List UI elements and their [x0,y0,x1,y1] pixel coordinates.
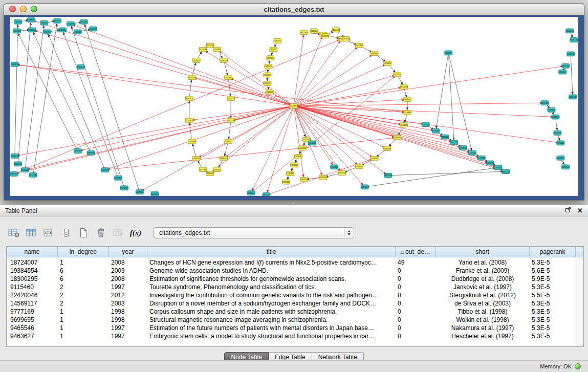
graph-node-label: 1792546 [192,157,201,160]
table-row[interactable]: 977716911998Corpus callosum shape and si… [7,308,583,316]
graph-edge[interactable] [25,106,294,170]
graph-edge[interactable] [294,106,454,142]
table-cell: 6 [58,275,109,283]
graph-edge[interactable] [189,77,192,98]
column-list-icon[interactable] [58,226,74,239]
column-header-short[interactable]: short [435,247,530,257]
network-graph-canvas[interactable]: 1724045181230411254891664950196137610870… [10,17,578,196]
network-view-frame: 1724045181230411254891664950196137610870… [4,15,584,200]
table-mode-icon[interactable] [6,226,21,239]
graph-node-label: 1342564 [199,48,207,51]
table-row[interactable]: 969969511998Structural magnetic resonanc… [7,316,583,324]
graph-edge[interactable] [224,106,294,159]
table-cell: 0 [396,308,435,316]
table-cell: 6 [58,267,109,275]
graph-edge[interactable] [448,53,454,142]
column-header-title[interactable]: title [147,247,396,257]
table-panel-title: Table Panel [5,207,37,214]
graph-edge[interactable] [192,141,197,158]
column-header-year[interactable]: year [109,247,147,257]
graph-edge[interactable] [15,64,407,113]
graph-edge[interactable] [294,106,445,137]
graph-edge[interactable] [294,63,387,106]
graph-edge[interactable] [294,53,375,106]
graph-edge[interactable] [448,53,472,153]
table-row[interactable]: 1456911722003Disruption of a novel membe… [7,299,583,308]
graph-edge[interactable] [294,103,545,106]
table-cell: 49 [396,258,435,267]
table-cell: 2 [58,299,109,308]
table-row[interactable]: 1938455462009Genome-wide association stu… [7,267,583,275]
graph-edge[interactable] [62,30,118,178]
delete-table-icon[interactable] [93,226,108,239]
graph-edge[interactable] [15,22,18,156]
graph-node-label: 1770580 [557,142,565,144]
column-header-out_de[interactable]: △out_de… [396,247,435,257]
table-select[interactable]: citations_edges.txt [154,227,354,238]
table-row[interactable]: 2242004622012Investigating the contribut… [7,291,583,299]
graph-edge[interactable] [32,30,91,153]
memory-ok-indicator [575,363,581,369]
graph-edge[interactable] [71,24,124,188]
graph-edge[interactable] [294,106,375,159]
table-panel: Table Panel ✕ [0,205,588,372]
graph-edge[interactable] [71,24,294,106]
graph-node-label: 1620148 [548,108,556,111]
graph-node-label: 852126 [432,129,440,132]
graph-edge[interactable] [294,34,323,106]
column-header-name[interactable]: name [7,247,58,257]
graph-edge[interactable] [105,138,397,170]
graph-edge[interactable] [15,106,294,156]
table-cell: Corpus callosum shape and size in male p… [147,308,396,316]
graph-edge[interactable] [294,106,407,113]
graph-edge[interactable] [294,87,404,106]
graph-edge[interactable] [18,20,31,164]
table-row[interactable]: 911546021997Tourette syndrome. Phenomeno… [7,283,583,291]
table-row[interactable]: 1872400712008Changes of HCN gene express… [7,258,583,267]
graph-edge[interactable] [25,23,45,170]
graph-node-label: 203153 [90,28,97,30]
graph-edge[interactable] [17,31,78,151]
graph-edge[interactable] [140,106,294,192]
graph-node-label: 1086119 [151,193,159,195]
graph-edge[interactable] [15,64,294,106]
close-window-button[interactable] [9,6,16,12]
new-table-icon[interactable] [76,226,91,239]
float-panel-icon[interactable] [565,207,571,214]
column-header-in_degree[interactable]: in_degree [58,247,109,257]
zoom-window-button[interactable] [31,6,37,12]
graph-edge[interactable] [294,99,407,106]
graph-node-label: 1674847 [400,85,407,88]
graph-edge[interactable] [228,120,231,141]
graph-edge[interactable] [32,30,294,106]
column-header-pagerank[interactable]: pagerank [530,247,576,257]
show-columns-icon[interactable] [24,226,39,239]
table-cell: 9463627 [7,332,58,340]
new-column-icon[interactable] [41,226,56,239]
graph-edge[interactable] [294,106,463,148]
table-row[interactable]: 946554611997Estimation of the future num… [7,324,583,332]
graph-edge[interactable] [294,106,304,180]
minimize-window-button[interactable] [20,6,27,12]
table-vertical-scrollbar[interactable] [576,257,583,346]
import-table-icon[interactable] [111,226,126,239]
graph-edge[interactable] [78,106,294,151]
graph-edge[interactable] [294,46,359,106]
table-cell: 2008 [109,275,147,283]
function-builder-icon[interactable]: f(x) [128,226,143,239]
table-cell: Changes of HCN gene expression and I(f) … [147,258,396,267]
graph-edge[interactable] [294,74,397,106]
graph-node-label: 1540072 [274,39,281,42]
graph-node-label: 975448 [207,172,214,174]
graph-edge[interactable] [571,54,573,97]
graph-edge[interactable] [192,60,197,77]
close-panel-icon[interactable]: ✕ [577,208,583,214]
graph-edge[interactable] [31,20,294,106]
graph-edge[interactable] [294,66,565,106]
table-row[interactable]: 1830029562008Estimation of significance … [7,275,583,283]
graph-edge[interactable] [224,141,228,158]
graph-edge[interactable] [436,53,449,131]
window-titlebar[interactable]: citations_edges.txt [4,4,584,15]
table-row[interactable]: 946362711997Embryonic stem cells: a mode… [7,332,583,340]
graph-edge[interactable] [294,32,304,106]
